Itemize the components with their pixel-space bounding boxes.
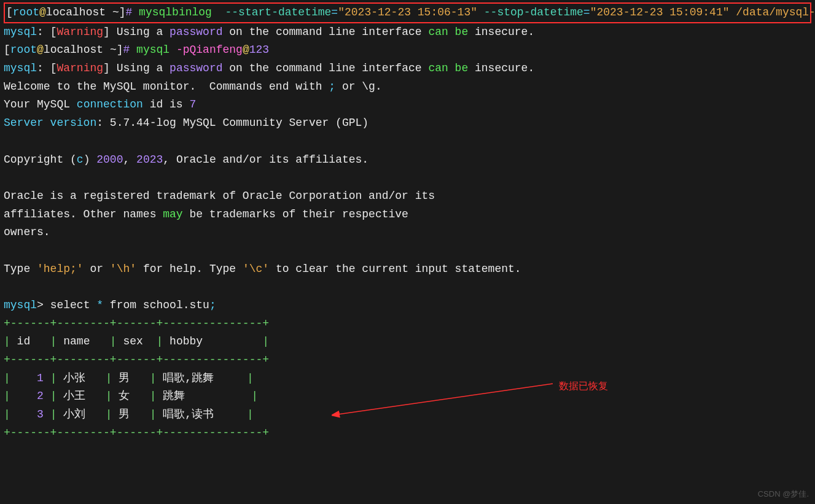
table-row: | 2 | 小王 | 女 | 跳舞 |	[4, 387, 811, 406]
server-version-line: Server version: 5.7.44-log MySQL Communi…	[4, 114, 811, 133]
table-body: | 1 | 小张 | 男 | 唱歌,跳舞 || 2 | 小王 | 女 | 跳舞 …	[4, 370, 811, 424]
warn-canbe: can be	[428, 62, 468, 74]
sep: |	[30, 335, 63, 347]
owners-line: owners.	[4, 223, 811, 242]
oracle-text: Oracle is a registered trademark of Orac…	[4, 190, 435, 202]
prompt-close: ~]	[112, 6, 126, 18]
sep: |	[143, 335, 170, 347]
highlighted-command-box: [root@localhost ~]# mysqlbinlog --start-…	[4, 2, 811, 23]
watermark: CSDN @梦佳.	[758, 487, 809, 500]
or-text: or	[84, 263, 110, 275]
table-row: | 3 | 小刘 | 男 | 唱歌,读书 |	[4, 406, 811, 424]
pw-num: 123	[249, 44, 269, 56]
connection-word: connection	[77, 98, 143, 110]
oracle-text: , Oracle and/or its affiliates.	[163, 153, 369, 166]
prompt-host: localhost	[46, 6, 112, 18]
sep: |	[203, 335, 269, 347]
bracket: ]	[103, 62, 117, 74]
welcome-line: Welcome to the MySQL monitor. Commands e…	[4, 78, 811, 96]
colon: :	[37, 62, 50, 74]
mysql-prompt: mysql	[4, 299, 37, 311]
blank-line	[4, 242, 811, 260]
annotation-label: 数据已恢复	[559, 378, 608, 394]
warn-canbe: can be	[428, 26, 468, 38]
warn-text: Using a	[117, 26, 170, 38]
colon: :	[96, 117, 110, 129]
stop-flag: --stop-datetime	[477, 6, 583, 18]
for-help-text: for help. Type	[136, 263, 243, 275]
warning-word: Warning	[57, 62, 103, 74]
eq: =	[583, 6, 590, 18]
semi: ;	[329, 80, 335, 93]
conn-id: 7	[189, 98, 196, 110]
col-hobby: hobby	[170, 335, 203, 347]
may-word: may	[163, 208, 182, 220]
your-mysql: Your MySQL	[4, 98, 77, 110]
col-sex: sex	[123, 335, 142, 347]
warn-text: on the command line interface	[223, 62, 429, 74]
eq: =	[331, 6, 338, 18]
help-line: Type 'help;' or '\h' for help. Type '\c'…	[4, 260, 811, 279]
command-line-2[interactable]: [root@localhost ~]# mysql -pQianfeng@123	[4, 41, 811, 60]
warning-line-1: mysql: [Warning] Using a password on the…	[4, 23, 811, 42]
table-row: | 1 | 小张 | 男 | 唱歌,跳舞 |	[4, 370, 811, 388]
oracle-text: be trademarks of their respective	[183, 208, 408, 220]
at-sign: @	[243, 44, 249, 56]
bc-literal: '\c'	[243, 263, 269, 275]
warn-text: Using a	[117, 62, 170, 74]
mysql-cmd: mysql	[136, 44, 176, 56]
server-version-value: 5.7.44-log MySQL Community Server (GPL)	[110, 117, 369, 129]
oracle-text: affiliates. Other names	[4, 208, 163, 220]
welcome-or: or \g.	[335, 80, 382, 93]
comma: ,	[123, 153, 136, 166]
prompt-bracket: [	[4, 44, 10, 56]
binfile: /data/mysql-bin.000001	[730, 6, 816, 18]
paren: )	[84, 153, 97, 166]
sep: |	[90, 335, 123, 347]
cmd-bin: mysqlbinlog	[139, 6, 219, 18]
warn-mysql: mysql	[4, 62, 37, 74]
year: 2023	[136, 153, 163, 166]
copyright-text: Copyright (	[4, 153, 77, 166]
bh-literal: '\h'	[110, 263, 136, 275]
sep: |	[4, 335, 17, 347]
type-text: Type	[4, 263, 37, 275]
mysql-query-line[interactable]: mysql> select * from school.stu;	[4, 297, 811, 315]
welcome-text: Welcome to the MySQL monitor. Commands e…	[4, 80, 329, 93]
warn-text: on the command line interface	[223, 26, 429, 38]
warn-text: insecure.	[468, 62, 534, 74]
prompt-bracket: [	[6, 6, 13, 18]
stop-val: "2023-12-23 15:09:41"	[590, 6, 730, 18]
star: *	[96, 299, 110, 311]
year: 2000	[96, 153, 123, 166]
colon: :	[37, 26, 50, 38]
owners-text: owners.	[4, 226, 50, 238]
bracket: ]	[103, 26, 117, 38]
bracket: [	[50, 62, 57, 74]
help-literal: 'help;'	[37, 263, 84, 275]
prompt-at: @	[37, 44, 44, 56]
oracle-trademark-2: affiliates. Other names may be trademark…	[4, 206, 811, 224]
prompt-user: root	[10, 44, 37, 56]
prompt-hash: #	[123, 44, 136, 56]
blank-line	[4, 278, 811, 297]
from-clause: from school.stu	[110, 299, 209, 311]
warn-mysql: mysql	[4, 26, 37, 38]
server-version-label: Server version	[4, 117, 96, 129]
table-border-mid: +------+--------+------+---------------+	[4, 351, 811, 370]
select-kw: select	[50, 299, 97, 311]
password-flag: -pQianfeng	[176, 44, 243, 56]
bracket: [	[50, 26, 57, 38]
prompt-hash: #	[125, 6, 139, 18]
prompt-user: root	[13, 6, 39, 18]
copyright-line: Copyright (c) 2000, 2023, Oracle and/or …	[4, 151, 811, 169]
blank-line	[4, 169, 811, 187]
warning-line-2: mysql: [Warning] Using a password on the…	[4, 60, 811, 78]
start-val: "2023-12-23 15:06-13"	[338, 6, 477, 18]
col-name: name	[63, 335, 90, 347]
blank-line	[4, 133, 811, 151]
col-id: id	[17, 335, 31, 347]
warn-password: password	[170, 26, 222, 38]
command-line-1[interactable]: [root@localhost ~]# mysqlbinlog --start-…	[6, 4, 809, 22]
table-border-top: +------+--------+------+---------------+	[4, 315, 811, 333]
